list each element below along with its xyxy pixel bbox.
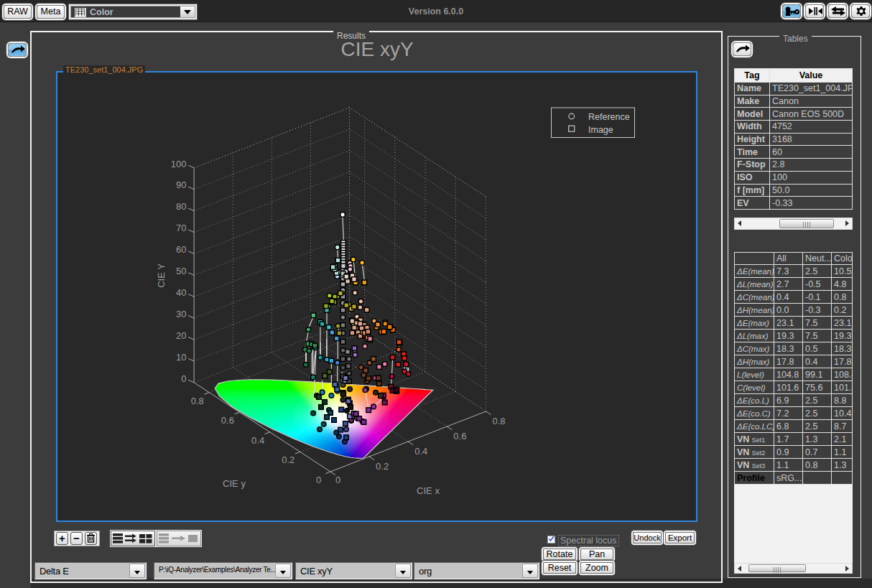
- svg-text:0.2: 0.2: [376, 461, 389, 472]
- svg-text:10: 10: [176, 352, 186, 363]
- svg-text:0: 0: [181, 373, 186, 384]
- svg-text:CIE x: CIE x: [417, 485, 440, 496]
- svg-text:0.4: 0.4: [414, 446, 427, 457]
- svg-text:0.8: 0.8: [492, 416, 505, 426]
- svg-text:0.6: 0.6: [453, 431, 466, 442]
- svg-text:CIE Y: CIE Y: [156, 263, 167, 288]
- svg-text:20: 20: [176, 330, 186, 341]
- svg-text:0.8: 0.8: [191, 396, 204, 406]
- svg-text:30: 30: [176, 309, 186, 319]
- svg-text:Reference: Reference: [588, 112, 630, 122]
- svg-text:0.2: 0.2: [282, 454, 294, 465]
- svg-text:40: 40: [176, 287, 186, 298]
- svg-text:80: 80: [176, 201, 186, 212]
- svg-text:0.4: 0.4: [251, 435, 264, 446]
- svg-text:60: 60: [176, 244, 186, 255]
- svg-text:0: 0: [335, 475, 340, 485]
- svg-text:CIE y: CIE y: [223, 478, 246, 489]
- svg-text:70: 70: [176, 223, 186, 233]
- svg-text:50: 50: [176, 266, 186, 276]
- svg-text:100: 100: [171, 159, 187, 169]
- svg-text:Image: Image: [588, 125, 613, 135]
- svg-text:90: 90: [176, 179, 186, 190]
- svg-text:0: 0: [316, 475, 321, 485]
- svg-text:0.6: 0.6: [221, 415, 234, 426]
